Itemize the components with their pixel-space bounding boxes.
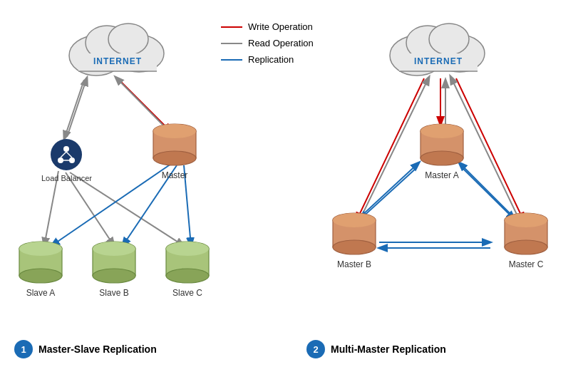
legend-replication: Replication	[221, 54, 314, 65]
legend-read: Read Operation	[221, 38, 314, 48]
svg-line-22	[66, 152, 72, 157]
svg-text:INTERNET: INTERNET	[93, 56, 142, 66]
svg-line-2	[64, 80, 84, 139]
slave-a: Slave A	[16, 239, 66, 298]
write-line	[221, 26, 242, 28]
left-number: 1	[14, 340, 33, 358]
master-b-label: Master B	[337, 259, 371, 269]
read-line	[221, 43, 242, 44]
svg-point-56	[429, 24, 469, 55]
right-diagram: INTERNET Master A Master B	[292, 0, 588, 367]
master-b: Master B	[329, 210, 379, 269]
svg-point-18	[63, 146, 69, 152]
svg-line-21	[61, 152, 66, 157]
svg-point-30	[19, 269, 62, 283]
svg-point-34	[93, 269, 135, 283]
lb-icon	[51, 139, 82, 170]
left-load-balancer: Load Balancer	[41, 139, 92, 183]
master-a-label: Master A	[425, 170, 458, 180]
svg-point-35	[93, 242, 135, 256]
svg-line-47	[362, 162, 419, 215]
svg-point-26	[153, 151, 196, 165]
svg-line-6	[70, 172, 184, 246]
master-c-label: Master C	[509, 259, 544, 269]
svg-line-42	[356, 78, 424, 221]
svg-point-70	[505, 240, 547, 254]
diagram-container: INTERNET Load Balancer	[0, 0, 588, 367]
slave-b: Slave B	[89, 239, 139, 298]
legend: Write Operation Read Operation Replicati…	[221, 21, 314, 65]
svg-point-66	[333, 240, 376, 254]
svg-text:INTERNET: INTERNET	[414, 56, 463, 66]
legend-write-label: Write Operation	[248, 21, 313, 32]
slave-c: Slave C	[163, 239, 212, 298]
svg-point-31	[19, 242, 62, 256]
master-a: Master A	[417, 121, 467, 180]
svg-line-3	[67, 78, 87, 137]
right-title-text: Multi-Master Replication	[331, 343, 446, 355]
right-cloud: INTERNET	[378, 7, 499, 78]
svg-point-62	[421, 151, 463, 165]
svg-line-5	[66, 172, 114, 246]
svg-point-38	[166, 269, 209, 283]
lb-label: Load Balancer	[41, 173, 92, 183]
slave-b-label: Slave B	[99, 288, 128, 298]
svg-point-14	[108, 24, 148, 55]
svg-point-67	[333, 213, 376, 227]
left-title: 1 Master-Slave Replication	[14, 340, 157, 358]
replication-line	[221, 59, 242, 61]
right-number: 2	[306, 340, 325, 358]
svg-point-39	[166, 242, 209, 256]
left-master: Master	[150, 121, 200, 180]
master-c: Master C	[501, 210, 551, 269]
left-master-label: Master	[162, 170, 188, 180]
svg-point-27	[153, 124, 196, 138]
svg-point-63	[421, 124, 463, 138]
svg-point-71	[505, 213, 547, 227]
legend-read-label: Read Operation	[248, 38, 314, 48]
legend-write: Write Operation	[221, 21, 314, 32]
left-cloud: INTERNET	[57, 7, 178, 78]
slave-c-label: Slave C	[172, 288, 202, 298]
svg-line-49	[459, 162, 512, 215]
slave-a-label: Slave A	[26, 288, 56, 298]
right-title: 2 Multi-Master Replication	[306, 340, 446, 358]
left-title-text: Master-Slave Replication	[38, 343, 157, 355]
legend-replication-label: Replication	[248, 54, 294, 65]
